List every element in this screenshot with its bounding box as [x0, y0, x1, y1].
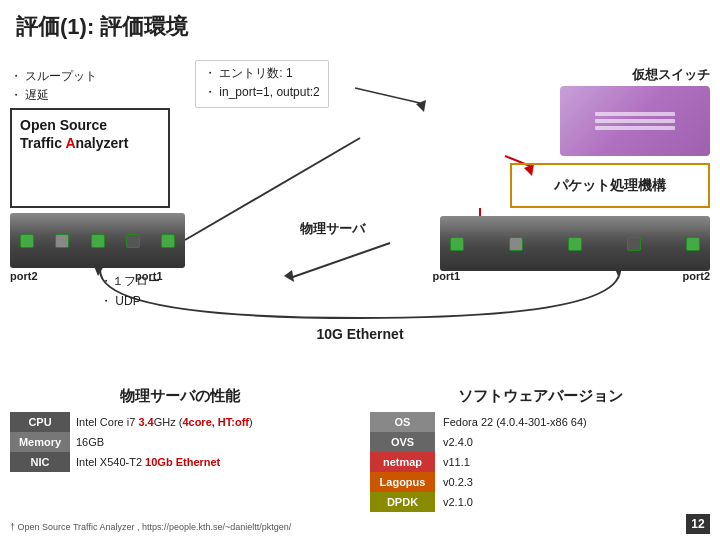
port2-left-label: port2	[10, 270, 38, 282]
left-bullets: ・ スループット ・ 遅延	[10, 68, 97, 106]
footer-text: † Open Source Traffic Analyzer , https:/…	[10, 522, 291, 532]
port2-right-label: port2	[683, 270, 711, 282]
entry-bullets: ・ エントリ数: 1 ・ in_port=1, output:2	[195, 60, 329, 108]
table-row: Memory 16GB	[10, 432, 350, 452]
osta-title: Open Source Traffic Analyzert	[20, 116, 160, 152]
page-title: 評価(1): 評価環境	[0, 0, 720, 48]
right-table: ソフトウェアバージョン OS Fedora 22 (4.0.4-301-x86 …	[370, 387, 710, 512]
packet-box: パケット処理機構	[510, 163, 710, 208]
table-row: CPU Intel Core i7 3.4GHz (4core, HT:off)	[10, 412, 350, 432]
virtual-switch-box	[560, 86, 710, 156]
svg-marker-10	[416, 100, 426, 112]
server-right	[440, 216, 710, 271]
page-number: 12	[686, 514, 710, 534]
table-row: NIC Intel X540-T2 10Gb Ethernet	[10, 452, 350, 472]
svg-marker-4	[284, 270, 294, 282]
svg-line-9	[355, 88, 420, 103]
svg-line-3	[290, 243, 390, 278]
right-table-title: ソフトウェアバージョン	[370, 387, 710, 406]
port1-right-label: port1	[433, 270, 461, 282]
table-row: Lagopus v0.2.3	[370, 472, 710, 492]
server-left	[10, 213, 185, 268]
table-row: OS Fedora 22 (4.0.4-301-x86 64)	[370, 412, 710, 432]
osta-box: Open Source Traffic Analyzert	[10, 108, 170, 208]
table-row: OVS v2.4.0	[370, 432, 710, 452]
left-table: 物理サーバの性能 CPU Intel Core i7 3.4GHz (4core…	[10, 387, 350, 512]
left-table-title: 物理サーバの性能	[10, 387, 350, 406]
virtual-switch-label: 仮想スイッチ	[632, 66, 710, 84]
table-row: netmap v11.1	[370, 452, 710, 472]
ethernet-label: 10G Ethernet	[316, 326, 403, 342]
flow-bullets: ・１フロー ・ UDP	[100, 273, 160, 313]
phys-server-label-left: 物理サーバ	[300, 220, 365, 238]
table-row: DPDK v2.1.0	[370, 492, 710, 512]
